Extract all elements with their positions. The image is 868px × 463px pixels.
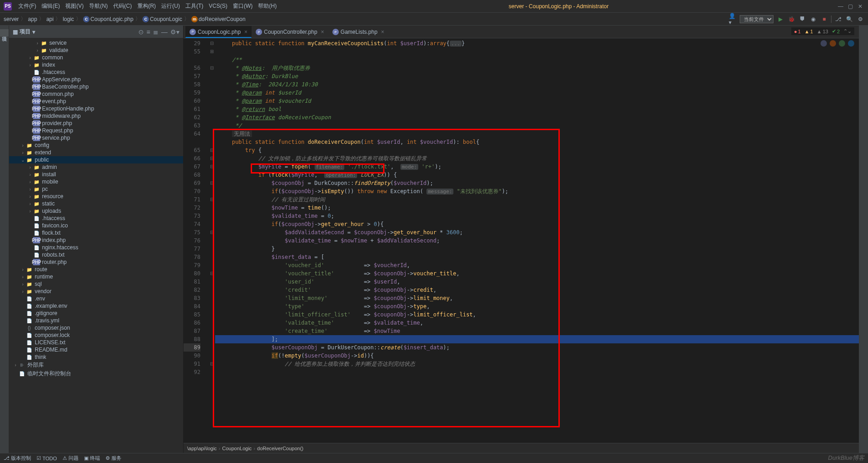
tree-arrow-icon[interactable]: › xyxy=(20,267,26,272)
tree-item[interactable]: ›📁extend xyxy=(9,149,183,156)
tree-item[interactable]: PHPcommon.php xyxy=(9,90,183,98)
run-icon[interactable]: ▶ xyxy=(776,15,784,23)
tree-arrow-icon[interactable]: › xyxy=(27,179,33,184)
tree-arrow-icon[interactable]: › xyxy=(27,209,33,214)
search-icon[interactable]: 🔍 xyxy=(845,15,853,23)
tree-item[interactable]: PHPservice.php xyxy=(9,134,183,142)
breadcrumb-item[interactable]: server xyxy=(4,16,19,22)
run-config-select[interactable]: 当前文件 xyxy=(740,15,773,23)
tree-item[interactable]: ›⊪外部库 xyxy=(9,361,183,369)
inspections-widget[interactable]: ●1 ▲1 ▲13 ✔2 ⌃⌄ xyxy=(791,27,854,35)
editor-breadcrumb[interactable]: \app\api\logic› CouponLogic› doReceiverC… xyxy=(184,443,859,453)
tree-item[interactable]: 📄.example.env xyxy=(9,302,183,310)
debug-icon[interactable]: 🐞 xyxy=(787,15,795,23)
settings-icon[interactable]: ⚙ xyxy=(856,15,864,23)
tree-item[interactable]: PHPBaseController.php xyxy=(9,83,183,90)
tree-item[interactable]: PHPExceptionHandle.php xyxy=(9,105,183,112)
tree-arrow-icon[interactable]: › xyxy=(27,187,33,192)
breadcrumb-item[interactable]: CCouponLogic xyxy=(142,16,182,22)
coverage-icon[interactable]: ⛊ xyxy=(798,15,806,23)
tree-item[interactable]: 📄.gitignore xyxy=(9,310,183,317)
tree-arrow-icon[interactable]: › xyxy=(27,55,33,60)
editor-tab[interactable]: PCouponLogic.php× xyxy=(185,26,252,38)
project-tool-tab[interactable]: 项目 xyxy=(0,29,9,37)
tree-arrow-icon[interactable]: › xyxy=(13,363,18,368)
tree-item[interactable]: PHProuter.php xyxy=(9,258,183,266)
tree-item[interactable]: PHPevent.php xyxy=(9,98,183,105)
tree-item[interactable]: ›📁config xyxy=(9,142,183,149)
tree-item[interactable]: ›📁sql xyxy=(9,280,183,288)
tree-arrow-icon[interactable]: › xyxy=(20,150,26,155)
tree-item[interactable]: PHPprovider.php xyxy=(9,120,183,127)
tree-item[interactable]: ›📁vendor xyxy=(9,288,183,295)
tree-arrow-icon[interactable]: › xyxy=(35,41,40,46)
tree-item[interactable]: 📄README.md xyxy=(9,346,183,353)
breadcrumb-item[interactable]: api xyxy=(46,16,53,22)
hide-icon[interactable]: — xyxy=(161,28,168,36)
tree-item[interactable]: ›📁validate xyxy=(9,47,183,54)
stop-icon[interactable]: ■ xyxy=(820,15,828,23)
tree-item[interactable]: PHPindex.php xyxy=(9,237,183,244)
statusbar-item[interactable]: ⚙ 服务 xyxy=(105,455,121,462)
tree-arrow-icon[interactable]: › xyxy=(20,289,26,294)
tree-item[interactable]: ›📁resource xyxy=(9,193,183,200)
tree-item[interactable]: 📄.htaccess xyxy=(9,68,183,76)
menu-item[interactable]: 帮助(H) xyxy=(255,3,279,9)
tree-arrow-icon[interactable]: › xyxy=(27,172,33,177)
breadcrumb[interactable]: server〉app〉api〉logic〉CCouponLogic.php〉CC… xyxy=(4,15,246,23)
line-gutter[interactable]: 2955565758596061626364656667686970717273… xyxy=(184,38,209,443)
tree-arrow-icon[interactable]: ⌄ xyxy=(20,158,26,163)
tree-item[interactable]: 📄robots.txt xyxy=(9,251,183,258)
breadcrumb-item[interactable]: CCouponLogic.php xyxy=(83,16,133,22)
select-opened-icon[interactable]: ⊙ xyxy=(138,28,144,36)
breadcrumb-item[interactable]: logic xyxy=(63,16,74,22)
statusbar-item[interactable]: ⎇ 版本控制 xyxy=(4,455,31,462)
tree-item[interactable]: ›📁install xyxy=(9,171,183,178)
tree-arrow-icon[interactable]: › xyxy=(27,63,33,68)
menu-item[interactable]: 导航(N) xyxy=(86,3,110,9)
tree-item[interactable]: ›📁route xyxy=(9,266,183,273)
tree-item[interactable]: ›📁service xyxy=(9,39,183,47)
minimize-icon[interactable]: — xyxy=(838,3,844,10)
code-content[interactable]: public static function myCanReceiveCoupo… xyxy=(215,38,859,443)
menu-item[interactable]: 重构(R) xyxy=(135,3,159,9)
menu-item[interactable]: 运行(U) xyxy=(158,3,183,9)
tree-item[interactable]: 📄think xyxy=(9,353,183,361)
tree-item[interactable]: ›📁static xyxy=(9,200,183,207)
expand-all-icon[interactable]: ≡ xyxy=(147,28,150,36)
statusbar-item[interactable]: ☑ TODO xyxy=(37,455,57,461)
tree-arrow-icon[interactable]: › xyxy=(20,282,26,287)
tree-item[interactable]: PHPAppService.php xyxy=(9,76,183,83)
tree-item[interactable]: 📄LICENSE.txt xyxy=(9,339,183,346)
tree-item[interactable]: ›📁mobile xyxy=(9,178,183,185)
tree-item[interactable]: {}composer.json xyxy=(9,324,183,331)
menu-item[interactable]: 编辑(E) xyxy=(39,3,63,9)
tree-item[interactable]: ›📁pc xyxy=(9,185,183,193)
close-tab-icon[interactable]: × xyxy=(244,29,247,35)
gear-icon[interactable]: ⚙▾ xyxy=(170,28,179,36)
tree-item[interactable]: 📄nginx.htaccess xyxy=(9,244,183,251)
tree-item[interactable]: 📄flock.txt xyxy=(9,229,183,237)
tree-item[interactable]: ›📁uploads xyxy=(9,207,183,215)
menu-item[interactable]: VCS(S) xyxy=(206,3,230,9)
tree-arrow-icon[interactable]: › xyxy=(20,143,26,148)
statusbar-item[interactable]: ▣ 终端 xyxy=(84,455,100,462)
editor-tab[interactable]: PGameLists.php× xyxy=(328,26,389,38)
menu-item[interactable]: 视图(V) xyxy=(63,3,86,9)
menu-item[interactable]: 文件(F) xyxy=(16,3,39,9)
close-icon[interactable]: ✕ xyxy=(858,3,864,10)
tree-item[interactable]: ⌄📁public xyxy=(9,156,183,163)
fold-column[interactable]: ⊟⊞⊟⊟⊟⊟⊟⊟⊟⊟⊟ xyxy=(209,38,215,443)
collapse-all-icon[interactable]: ≣ xyxy=(153,28,158,36)
menu-item[interactable]: 代码(C) xyxy=(110,3,135,9)
tree-item[interactable]: 📄composer.lock xyxy=(9,331,183,339)
tree-item[interactable]: PHPRequest.php xyxy=(9,127,183,134)
profile-icon[interactable]: ◉ xyxy=(809,15,817,23)
tree-arrow-icon[interactable]: › xyxy=(35,48,40,53)
tree-item[interactable]: ›📁index xyxy=(9,61,183,68)
git-icon[interactable]: ⎇ xyxy=(834,15,842,23)
tree-item[interactable]: ›📁admin xyxy=(9,163,183,171)
tree-arrow-icon[interactable]: › xyxy=(27,165,33,170)
tree-arrow-icon[interactable]: › xyxy=(20,274,26,279)
tree-item[interactable]: 📄favicon.ico xyxy=(9,222,183,229)
